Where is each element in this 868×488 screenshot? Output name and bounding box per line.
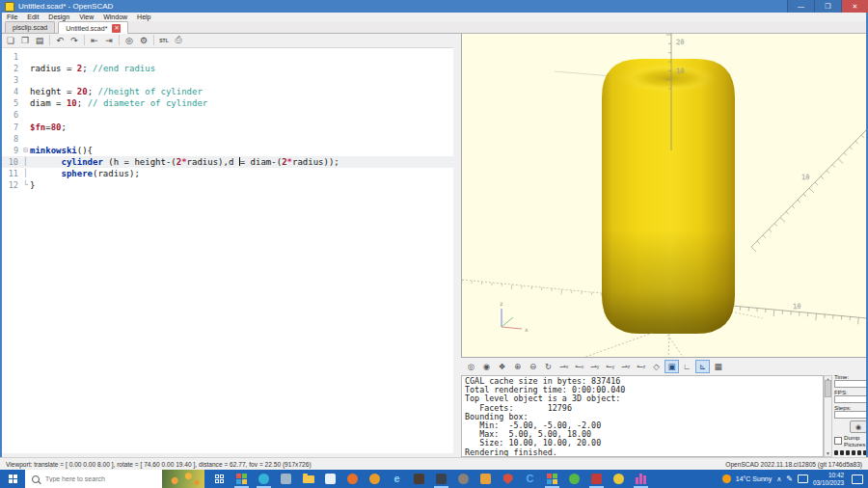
code-line[interactable]: 4height = 20; //height of cylinder xyxy=(2,86,453,97)
tabbar: pisclip.scadUntitled.scad*✕ xyxy=(2,21,866,34)
tab-close-icon[interactable]: ✕ xyxy=(112,24,121,33)
view-right-icon[interactable]: ⇀x xyxy=(556,360,571,373)
open-file-icon[interactable]: ❐ xyxy=(18,34,32,46)
code-line[interactable]: 5diam = 10; // diameter of cylinder xyxy=(2,97,453,109)
send-to-printer-icon[interactable]: ⎙ xyxy=(172,34,185,46)
time-input[interactable] xyxy=(834,380,867,388)
code-line[interactable]: 10│ cylinder (h = height-(2*radius),d = … xyxy=(2,156,453,168)
taskbar-icon-firefox[interactable] xyxy=(341,470,364,488)
taskbar-icon-document-app[interactable] xyxy=(275,470,297,488)
code-line[interactable]: 9⊟minkowski(){ xyxy=(2,145,453,156)
fold-marker xyxy=(21,133,30,145)
taskbar-icon-green-app[interactable] xyxy=(563,470,585,488)
taskbar-icon-file-explorer[interactable] xyxy=(297,470,319,488)
view-left-icon[interactable]: ↼x xyxy=(572,360,586,373)
measure-icon[interactable]: ▦ xyxy=(711,360,725,373)
search-input[interactable] xyxy=(43,474,139,483)
view-front-icon[interactable]: ⇀y xyxy=(587,360,602,373)
unindent-icon[interactable]: ⇤ xyxy=(88,34,101,46)
menu-item-edit[interactable]: Edit xyxy=(22,14,43,20)
taskbar-icon-gimp[interactable] xyxy=(452,470,475,488)
view-center-icon[interactable]: ▣ xyxy=(665,360,679,373)
view-back-icon[interactable]: ↼y xyxy=(603,360,617,373)
taskbar-icon-colorful-app[interactable] xyxy=(231,470,253,488)
3d-viewport[interactable]: 20 10 10 10 z x xyxy=(461,32,868,358)
close-button[interactable]: ✕ xyxy=(841,0,868,13)
reset-view-icon[interactable]: ↻ xyxy=(541,360,556,373)
preview-icon[interactable]: ◎ xyxy=(122,34,136,46)
view-render-icon[interactable]: ◉ xyxy=(479,360,494,373)
code-line[interactable]: 3 xyxy=(2,74,453,86)
code-token: ; xyxy=(62,122,67,132)
pen-icon[interactable]: ✎ xyxy=(786,474,793,483)
tab-pisclip-scad[interactable]: pisclip.scad xyxy=(5,21,55,33)
code-text: cylinder (h = height-(2*radius),d = diam… xyxy=(30,156,453,168)
network-icon[interactable] xyxy=(798,474,808,483)
taskbar-icon-cura[interactable]: C xyxy=(519,470,541,488)
menu-item-file[interactable]: File xyxy=(2,14,22,20)
fold-marker[interactable]: ⊟ xyxy=(21,145,30,156)
view-diagonal-icon[interactable]: ◇ xyxy=(649,360,664,373)
weather-sun-icon[interactable] xyxy=(722,474,731,483)
export-stl-icon[interactable]: STL xyxy=(157,34,171,46)
taskbar-icon-dark-app[interactable] xyxy=(408,470,430,488)
weather-text[interactable]: 14°C Sunny xyxy=(736,475,772,482)
tray-chevron-icon[interactable]: ∧ xyxy=(776,475,781,483)
orthogonal-icon[interactable]: ⊾ xyxy=(695,360,710,373)
zoom-in-icon[interactable]: ⊕ xyxy=(510,360,525,373)
taskbar-icon-mail-app[interactable] xyxy=(319,470,341,488)
view-preview-icon[interactable]: ◎ xyxy=(464,360,478,373)
taskbar-icon-brave[interactable] xyxy=(497,470,519,488)
start-button[interactable] xyxy=(0,470,25,488)
taskbar-icon-edge-browser[interactable] xyxy=(253,470,275,488)
clock[interactable]: 10:42 03/10/2023 xyxy=(813,472,844,486)
menu-item-window[interactable]: Window xyxy=(98,14,132,20)
save-file-icon[interactable]: ▤ xyxy=(33,34,46,46)
notification-icon[interactable] xyxy=(852,474,863,484)
zoom-out-icon[interactable]: ⊖ xyxy=(526,360,540,373)
taskbar-icon-office-grid[interactable] xyxy=(541,470,563,488)
code-line[interactable]: 2radius = 2; //end radius xyxy=(2,63,453,74)
taskbar-icon-task-view[interactable] xyxy=(208,470,231,488)
code-line[interactable]: 1 xyxy=(2,51,453,63)
console-scrollbar[interactable]: ▲ ▼ xyxy=(824,375,832,457)
titlebar[interactable]: Untitled.scad* - OpenSCAD — ❒ ✕ xyxy=(0,0,868,13)
code-line[interactable]: 6 xyxy=(2,109,453,121)
fps-input[interactable] xyxy=(834,395,867,403)
new-file-icon[interactable]: ❏ xyxy=(4,34,17,46)
indent-icon[interactable]: ⇥ xyxy=(102,34,116,46)
view-all-icon[interactable]: ❖ xyxy=(495,360,509,373)
taskbar-icon-search-app[interactable] xyxy=(364,470,386,488)
search-flower-image xyxy=(162,470,204,488)
taskbar-icon-calculator[interactable] xyxy=(430,470,452,488)
taskbar-icon-pink-app[interactable] xyxy=(630,470,652,488)
dump-pictures-checkbox[interactable] xyxy=(834,437,842,445)
taskbar-icon-flag-app[interactable] xyxy=(475,470,497,488)
scroll-down-icon[interactable]: ▼ xyxy=(826,450,830,456)
code-editor[interactable]: 12radius = 2; //end radius34height = 20;… xyxy=(2,47,453,453)
maximize-button[interactable]: ❒ xyxy=(814,0,841,13)
view-top-icon[interactable]: ⇀z xyxy=(618,360,633,373)
menu-item-design[interactable]: Design xyxy=(43,14,74,20)
scroll-thumb[interactable] xyxy=(825,380,831,397)
steps-input[interactable] xyxy=(834,411,867,419)
menu-item-help[interactable]: Help xyxy=(132,14,155,20)
redo-icon[interactable]: ↷ xyxy=(68,34,81,46)
tab-untitled-scad-[interactable]: Untitled.scad*✕ xyxy=(58,21,128,34)
taskbar-icon-internet-explorer[interactable]: e xyxy=(386,470,408,488)
code-line[interactable]: 11│ sphere(radius); xyxy=(2,168,453,179)
render-icon[interactable]: ⚙ xyxy=(137,34,150,46)
undo-icon[interactable]: ↶ xyxy=(53,34,67,46)
taskbar-icon-yellow-app[interactable] xyxy=(608,470,630,488)
pane-splitter[interactable] xyxy=(453,32,461,457)
code-line[interactable]: 8 xyxy=(2,133,453,145)
minimize-button[interactable]: — xyxy=(787,0,814,13)
menu-item-view[interactable]: View xyxy=(74,14,98,20)
view-bottom-icon[interactable]: ↼z xyxy=(634,360,648,373)
taskbar-search[interactable] xyxy=(25,470,204,488)
animate-record-button[interactable]: ◉ xyxy=(850,420,867,433)
perspective-icon[interactable]: ∟ xyxy=(680,360,694,373)
taskbar-icon-slicer-app[interactable] xyxy=(585,470,608,488)
code-line[interactable]: 7$fn=80; xyxy=(2,122,453,133)
code-line[interactable]: 12└} xyxy=(2,179,453,191)
